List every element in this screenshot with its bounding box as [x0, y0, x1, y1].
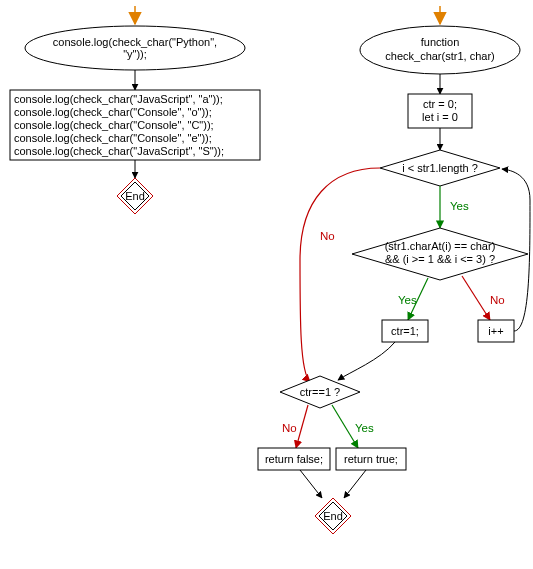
- r-arrow-loop-no: [300, 168, 380, 382]
- char-cond-line2: && (i >= 1 && i <= 3) ?: [385, 253, 495, 265]
- incr-text: i++: [488, 325, 503, 337]
- left-stmt-0: console.log(check_char("JavaScript", "a"…: [14, 93, 223, 105]
- loop-yes-label: Yes: [450, 200, 469, 212]
- left-stmt-3: console.log(check_char("Console", "e"));: [14, 132, 212, 144]
- right-end-label: End: [323, 510, 343, 522]
- r-arrow-false-end: [300, 470, 322, 498]
- char-no-label: No: [490, 294, 505, 306]
- init-line1: ctr = 0;: [423, 98, 457, 110]
- r-arrow-setctr-to-ctrcond: [338, 342, 395, 380]
- ctr-no-label: No: [282, 422, 297, 434]
- left-end-label: End: [125, 190, 145, 202]
- ctrcond-text: ctr==1 ?: [300, 386, 340, 398]
- char-cond-line1: (str1.charAt(i) == char): [385, 240, 496, 252]
- func-line2: check_char(str1, char): [385, 50, 494, 62]
- right-end-node: End: [315, 498, 351, 534]
- right-flowchart: function check_char(str1, char) ctr = 0;…: [258, 6, 530, 534]
- setctr-text: ctr=1;: [391, 325, 419, 337]
- r-arrow-true-end: [344, 470, 366, 498]
- ctr-yes-label: Yes: [355, 422, 374, 434]
- loop-no-label: No: [320, 230, 335, 242]
- func-line1: function: [421, 36, 460, 48]
- left-call1-text: console.log(check_char("Python",: [53, 36, 217, 48]
- left-flowchart: console.log(check_char("Python", "y")); …: [10, 6, 260, 214]
- retfalse-text: return false;: [265, 453, 323, 465]
- init-line2: let i = 0: [422, 111, 458, 123]
- char-yes-label: Yes: [398, 294, 417, 306]
- rettrue-text: return true;: [344, 453, 398, 465]
- flowchart-canvas: console.log(check_char("Python", "y")); …: [0, 0, 533, 569]
- r-arrow-char-no: [462, 276, 490, 320]
- loop-cond-text: i < str1.length ?: [402, 162, 478, 174]
- left-end-node: End: [117, 178, 153, 214]
- left-stmt-4: console.log(check_char("JavaScript", "S"…: [14, 145, 224, 157]
- r-arrow-ctr-no: [296, 405, 308, 448]
- left-call1-text-line2: "y"));: [123, 48, 147, 60]
- left-stmt-1: console.log(check_char("Console", "o"));: [14, 106, 212, 118]
- left-stmt-2: console.log(check_char("Console", "C"));: [14, 119, 214, 131]
